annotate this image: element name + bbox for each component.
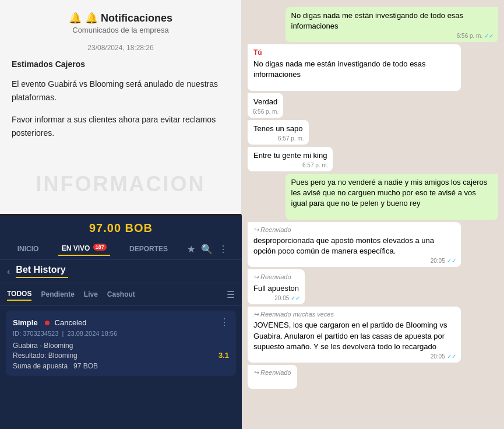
bet-card: Simple Canceled ⋮ ID: 3703234523 | 23.08… [6, 311, 236, 376]
notif-bold-text: Estimados Cajeros [12, 58, 230, 71]
msg-bubble-received-1: Tú No digas nada me están investigando d… [248, 44, 461, 90]
msg-text: Full apueston [253, 284, 299, 293]
notif-header: 🔔 🔔 Notificaciones Comunicados de la emp… [12, 12, 230, 34]
msg-text: Entre tu gente mi king [253, 151, 327, 160]
bet-history-title: Bet History [16, 265, 68, 275]
msg-bubble-received-5: ↪ Reenviado desproporcionada que apostó … [248, 222, 461, 268]
notif-title: 🔔 🔔 Notificaciones [12, 12, 230, 24]
bet-date: 23.08.2024 18:56 [67, 330, 117, 337]
msg-bubble-received-7: ↪ Reenviado muchas veces JOVENES, los qu… [248, 307, 461, 363]
notif-body: Estimados Cajeros El evento Guabirá vs B… [12, 58, 230, 139]
bell-icon: 🔔 [69, 12, 82, 24]
notifications-panel: 🔔 🔔 Notificaciones Comunicados de la emp… [0, 0, 242, 216]
notif-title-text: 🔔 Notificaciones [85, 12, 172, 24]
bet-card-more-icon[interactable]: ⋮ [220, 317, 229, 328]
msg-text: desproporcionada que apostó montos eleva… [253, 236, 434, 255]
msg-bubble-sent-1: No digas nada me están investigando de t… [286, 7, 499, 42]
filter-pendiente[interactable]: Pendiente [41, 289, 74, 300]
msg-bubble-received-3: Tenes un sapo 6:57 p. m. [248, 120, 309, 145]
en-vivo-badge: 187 [93, 244, 107, 251]
msg-text: JOVENES, los que cargaron en el partido … [253, 321, 447, 350]
msg-text: Verdad [253, 97, 277, 106]
bet-filters: TODOS Pendiente Live Cashout ☰ [0, 283, 242, 306]
bet-nav-icons: ★ 🔍 ⋮ [187, 244, 228, 255]
msg-time: 20:05 ✓✓ [431, 257, 456, 265]
msg-bubble-received-4: Entre tu gente mi king 6:57 p. m. [248, 147, 333, 171]
msg-text: Tenes un sapo [253, 124, 303, 133]
forwarded-label: ↪ Reenviado [253, 368, 291, 377]
bet-nav: INICIO EN VIVO 187 DEPORTES ★ 🔍 ⋮ [0, 238, 242, 260]
msg-time: 6:56 p. m. [253, 108, 279, 116]
msg-text: No digas nada me están investigando de t… [291, 11, 464, 30]
nav-inicio[interactable]: INICIO [14, 242, 43, 255]
msg-text: Pues pero ya no venderé a nadie y mis am… [291, 178, 488, 208]
bet-top-bar: 97.00 BOB [0, 216, 242, 238]
bet-match: Guabira - Blooming [13, 342, 229, 350]
bet-sum-row: Suma de apuesta 97 BOB [13, 362, 229, 370]
chat-messages: No digas nada me están investigando de t… [248, 7, 498, 389]
msg-time: 6:57 p. m. [302, 161, 328, 170]
filter-cashout[interactable]: Cashout [107, 289, 135, 300]
msg-text: No digas nada me están investigando de t… [253, 59, 426, 79]
bet-card-header: Simple Canceled ⋮ [13, 317, 229, 328]
msg-bubble-received-6: ↪ Reenviado Full apueston 20:05 ✓✓ [248, 269, 305, 304]
bet-status-text: Canceled [55, 318, 87, 327]
notif-subtitle: Comunicados de la empresa [12, 26, 230, 34]
chat-panel: No digas nada me están investigando de t… [242, 0, 504, 429]
bet-status-dot [45, 321, 50, 325]
bet-type: Simple [13, 318, 38, 327]
notif-paragraph2: Favor informar a sus clientes ahora para… [12, 113, 230, 139]
betting-panel: 97.00 BOB INICIO EN VIVO 187 DEPORTES ★ … [0, 216, 242, 429]
msg-time: 6:57 p. m. [278, 135, 304, 143]
bet-id: 3703234523 [23, 330, 58, 337]
bet-history-underline [16, 277, 68, 278]
msg-time: 20:05 ✓✓ [431, 353, 456, 361]
notif-paragraph1: El evento Guabirá vs Blooming será anula… [12, 78, 230, 104]
msg-bubble-sent-2: Pues pero ya no venderé a nadie y mis am… [286, 174, 499, 220]
filter-todos[interactable]: TODOS [7, 288, 31, 301]
msg-bubble-received-8: ↪ Reenviado [248, 365, 297, 389]
forwarded-label: ↪ Reenviado muchas veces [253, 310, 455, 319]
msg-time: 6:56 p. m. ✓✓ [457, 32, 494, 40]
sender-name: Tú [253, 48, 455, 58]
star-icon[interactable]: ★ [187, 244, 195, 255]
filter-menu-icon[interactable]: ☰ [227, 289, 235, 300]
nav-deportes[interactable]: DEPORTES [126, 242, 171, 255]
bet-history-header: ‹ Bet History [0, 260, 242, 283]
bet-odds: 3.1 [218, 351, 229, 360]
back-button[interactable]: ‹ [7, 266, 10, 277]
bet-result-row: Resultado: Blooming 3.1 [13, 351, 229, 360]
notif-date: 23/08/2024, 18:28:26 [12, 44, 230, 52]
more-icon[interactable]: ⋮ [218, 244, 228, 255]
bet-result: Resultado: Blooming [13, 351, 77, 360]
watermark: INFORMACION [36, 172, 206, 196]
msg-bubble-received-2: Verdad 6:56 p. m. [248, 93, 283, 118]
forwarded-label: ↪ Reenviado [253, 226, 455, 234]
bet-id-row: ID: 3703234523 | 23.08.2024 18:56 [13, 330, 229, 337]
filter-live[interactable]: Live [84, 289, 98, 300]
forwarded-label: ↪ Reenviado [253, 273, 299, 282]
search-icon[interactable]: 🔍 [201, 244, 213, 255]
bet-balance: 97.00 BOB [0, 221, 242, 235]
nav-en-vivo[interactable]: EN VIVO 187 [58, 242, 110, 256]
msg-time: 20:05 ✓✓ [274, 294, 300, 303]
